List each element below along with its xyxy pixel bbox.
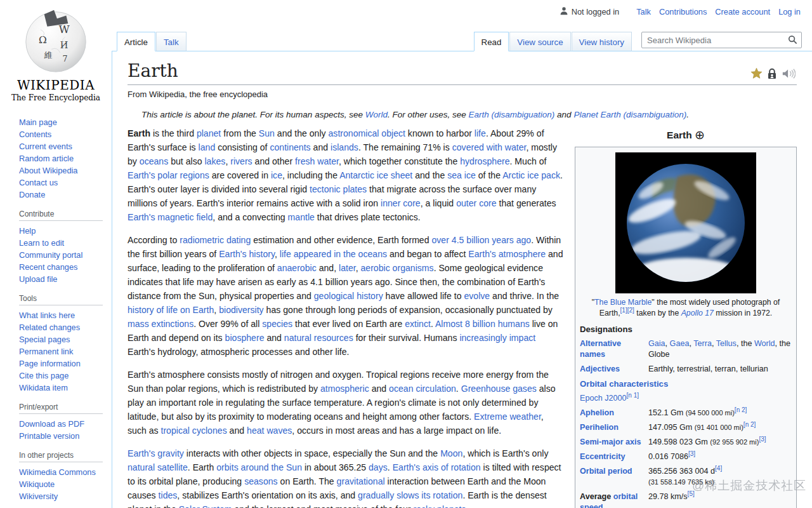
sidebar-link-cite-this-page[interactable]: Cite this page: [19, 371, 69, 380]
wiki-link[interactable]: World: [365, 110, 388, 119]
tab-view-history[interactable]: View history: [572, 32, 632, 51]
wiki-link[interactable]: continents: [270, 142, 310, 152]
wiki-link[interactable]: anaerobic: [277, 263, 317, 273]
wiki-link[interactable]: Perihelion: [580, 423, 619, 432]
wiki-link[interactable]: [4]: [715, 465, 722, 472]
tab-view-source[interactable]: View source: [509, 32, 570, 51]
wiki-link[interactable]: mantle: [288, 212, 315, 222]
wiki-link[interactable]: ocean circulation: [389, 384, 456, 394]
sidebar-link-download-as-pdf[interactable]: Download as PDF: [19, 419, 84, 429]
sidebar-link-page-information[interactable]: Page information: [19, 359, 81, 368]
sidebar-link-contents[interactable]: Contents: [19, 130, 51, 139]
sidebar-link-what-links-here[interactable]: What links here: [19, 311, 75, 320]
sidebar-link-about-wikipedia[interactable]: About Wikipedia: [19, 166, 77, 175]
wiki-link[interactable]: later: [339, 263, 356, 273]
reference-marker[interactable]: [2]: [627, 306, 634, 313]
wiki-link[interactable]: World: [754, 339, 775, 348]
wiki-link[interactable]: biodiversity: [219, 305, 264, 315]
wiki-link[interactable]: Moon: [440, 448, 462, 458]
wiki-link[interactable]: [3]: [759, 436, 766, 443]
wiki-link[interactable]: atmospheric: [320, 384, 369, 394]
wikipedia-logo[interactable]: W Ω И 維 7 WIKIPEDIA The Free Encyclopedi…: [0, 0, 112, 102]
wiki-link[interactable]: radiometric dating: [180, 235, 251, 245]
wiki-link[interactable]: days: [369, 462, 388, 472]
wiki-link[interactable]: land: [199, 142, 216, 152]
sidebar-link-random-article[interactable]: Random article: [19, 154, 74, 163]
reference-marker[interactable]: [n 2]: [743, 421, 756, 428]
wiki-link[interactable]: Orbital period: [580, 467, 632, 476]
wiki-link[interactable]: Greenhouse gases: [461, 384, 537, 394]
search-icon[interactable]: [788, 35, 797, 47]
wiki-link[interactable]: Almost 8 billion humans: [435, 319, 530, 329]
wiki-link[interactable]: heat waves: [247, 425, 292, 436]
wiki-link[interactable]: Earth's atmosphere: [468, 249, 546, 259]
wiki-link[interactable]: rivers: [230, 156, 252, 166]
sidebar-link-related-changes[interactable]: Related changes: [19, 323, 80, 332]
page-protection-lock-icon[interactable]: [767, 68, 777, 79]
wiki-link[interactable]: natural satellite: [128, 462, 188, 472]
wiki-link[interactable]: planet: [197, 128, 221, 138]
wiki-link[interactable]: Eccentricity: [580, 452, 625, 461]
wiki-link[interactable]: natural resources: [284, 333, 353, 343]
wiki-link[interactable]: [3]: [688, 450, 695, 457]
wiki-link[interactable]: life: [475, 128, 486, 138]
wiki-link[interactable]: islands: [331, 142, 358, 152]
wiki-link[interactable]: Earth's magnetic field: [128, 212, 213, 222]
wiki-link[interactable]: Earth's history: [219, 249, 275, 259]
tab-read[interactable]: Read: [474, 32, 509, 51]
wiki-link[interactable]: Antarctic ice sheet: [339, 170, 412, 180]
sidebar-link-wikidata-item[interactable]: Wikidata item: [19, 383, 68, 392]
wiki-link[interactable]: gravitational: [337, 476, 385, 486]
wiki-link[interactable]: astronomical object: [329, 128, 405, 138]
wiki-link[interactable]: fresh water: [295, 156, 339, 166]
sidebar-link-wikiversity[interactable]: Wikiversity: [19, 491, 58, 501]
wiki-link[interactable]: Adjectives: [580, 364, 620, 373]
wiki-link[interactable]: Solar System: [179, 504, 232, 508]
wiki-link[interactable]: Alternative names: [580, 339, 621, 359]
wiki-link[interactable]: geological history: [314, 291, 383, 301]
blue-marble-earth-image[interactable]: [615, 152, 756, 293]
sidebar-link-recent-changes[interactable]: Recent changes: [19, 262, 77, 272]
wiki-link[interactable]: Planet Earth (disambiguation): [573, 110, 686, 119]
featured-article-star-icon[interactable]: [750, 67, 763, 79]
sidebar-link-help[interactable]: Help: [19, 226, 36, 236]
wiki-link[interactable]: lakes: [204, 156, 225, 166]
wiki-link[interactable]: mass extinctions: [128, 319, 193, 329]
wiki-link[interactable]: oceans: [140, 156, 168, 166]
wiki-link[interactable]: Epoch J2000: [580, 394, 627, 403]
wiki-link[interactable]: Sun: [259, 128, 275, 138]
wiki-link[interactable]: hydrosphere: [460, 156, 509, 166]
sidebar-link-permanent-link[interactable]: Permanent link: [19, 347, 73, 356]
wiki-link[interactable]: outer core: [456, 198, 496, 208]
wiki-link[interactable]: Apollo 17: [681, 309, 714, 318]
wiki-link[interactable]: over 4.5 billion years ago: [431, 235, 531, 245]
wiki-link[interactable]: Terra: [693, 339, 712, 348]
wiki-link[interactable]: species: [262, 319, 292, 329]
wiki-link[interactable]: extinct: [405, 319, 431, 329]
listen-audio-icon[interactable]: [782, 68, 796, 79]
wiki-link[interactable]: [n 2]: [743, 421, 756, 428]
wiki-link[interactable]: [n 1]: [627, 392, 639, 399]
reference-marker[interactable]: [3]: [759, 436, 766, 443]
wiki-link[interactable]: [n 2]: [735, 406, 747, 413]
wiki-link[interactable]: Earth (disambiguation): [469, 110, 555, 119]
wiki-link[interactable]: rocky planets: [413, 504, 466, 508]
reference-marker[interactable]: [1]: [620, 306, 627, 313]
wiki-link[interactable]: gradually slows its rotation: [358, 490, 462, 500]
sidebar-link-special-pages[interactable]: Special pages: [19, 335, 70, 344]
wiki-link[interactable]: Semi-major axis: [580, 438, 641, 446]
wiki-link[interactable]: seasons: [244, 476, 278, 486]
wiki-link[interactable]: Extreme weather: [474, 411, 541, 422]
wiki-link[interactable]: history of life on Earth: [128, 305, 214, 315]
sidebar-link-donate[interactable]: Donate: [19, 190, 45, 199]
sidebar-link-main-page[interactable]: Main page: [19, 117, 57, 127]
wiki-link[interactable]: [2]: [627, 306, 634, 313]
wiki-link[interactable]: Earth's axis of rotation: [393, 462, 481, 472]
sidebar-link-contact-us[interactable]: Contact us: [19, 178, 58, 187]
reference-marker[interactable]: [3]: [688, 450, 695, 457]
wiki-link[interactable]: biosphere: [225, 333, 265, 343]
wiki-link[interactable]: covered with water: [452, 142, 527, 152]
wiki-link[interactable]: The Blue Marble: [594, 298, 652, 307]
sidebar-link-printable-version[interactable]: Printable version: [19, 431, 79, 441]
personal-link-log-in[interactable]: Log in: [778, 7, 801, 17]
